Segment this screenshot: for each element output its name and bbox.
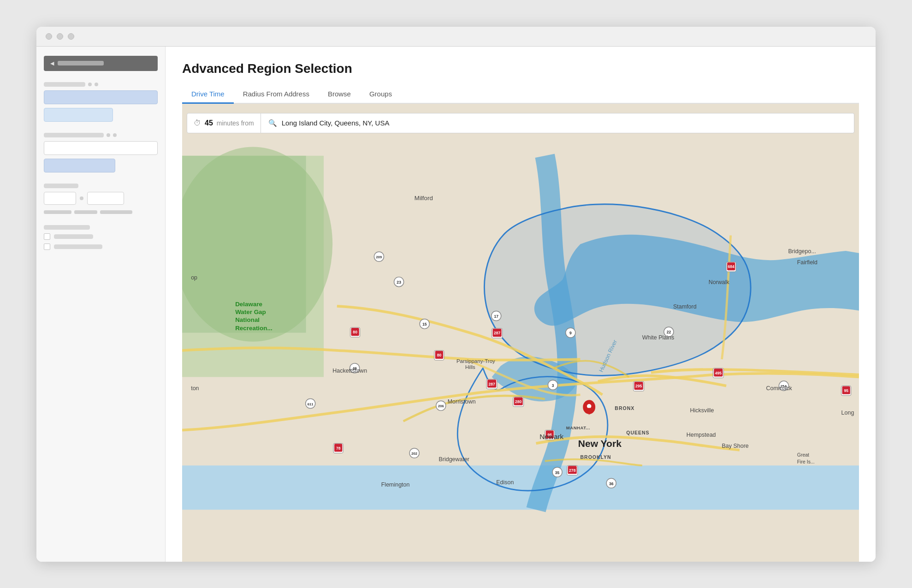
tab-drive-time[interactable]: Drive Time — [182, 85, 234, 104]
sidebar-label-bar — [44, 133, 104, 137]
tab-radius[interactable]: Radius From Address — [234, 85, 319, 104]
svg-text:Milford: Milford — [415, 194, 433, 201]
svg-text:Long: Long — [841, 410, 854, 416]
svg-text:80: 80 — [437, 353, 442, 357]
browser-titlebar — [36, 27, 876, 47]
tab-groups[interactable]: Groups — [360, 85, 401, 104]
sidebar-tag-2 — [74, 210, 97, 214]
sidebar-dot — [113, 133, 117, 137]
svg-text:Morristown: Morristown — [448, 398, 476, 405]
svg-text:611: 611 — [308, 402, 314, 406]
sidebar-mini-box-2[interactable] — [87, 192, 124, 205]
svg-text:BROOKLYN: BROOKLYN — [580, 454, 611, 459]
minutes-input-group[interactable]: ⏱ 45 minutes from — [187, 113, 261, 133]
svg-text:Bridgepo...: Bridgepo... — [788, 248, 816, 254]
svg-text:Edison: Edison — [496, 479, 514, 485]
sidebar-label-bar — [44, 184, 78, 188]
sidebar: ◀ — [36, 47, 166, 562]
map-section: ⏱ 45 minutes from 🔍 Long Island City, Qu… — [182, 104, 859, 562]
sidebar-checkbox-row-2 — [44, 244, 158, 250]
svg-text:22: 22 — [667, 330, 671, 334]
svg-text:Fairfield: Fairfield — [797, 259, 817, 265]
sidebar-header-label — [58, 61, 104, 65]
sidebar-mini-box-1[interactable] — [44, 192, 76, 205]
sidebar-section-4 — [44, 225, 158, 250]
sidebar-dot — [88, 83, 92, 86]
sidebar-tags — [44, 210, 158, 214]
svg-text:495: 495 — [715, 370, 722, 375]
svg-text:Hicksville: Hicksville — [690, 407, 714, 414]
sidebar-collapse-button[interactable]: ◀ — [44, 56, 158, 71]
svg-text:Stamford: Stamford — [673, 303, 697, 309]
svg-text:New York: New York — [578, 438, 622, 449]
page-title: Advanced Region Selection — [182, 61, 859, 76]
minutes-value: 45 — [205, 119, 213, 127]
sidebar-section-2 — [44, 133, 158, 172]
svg-text:op: op — [191, 274, 197, 281]
svg-text:78: 78 — [336, 445, 341, 450]
svg-text:Commack: Commack — [766, 385, 793, 392]
sidebar-section-2-label-row — [44, 133, 158, 137]
search-bar-row: ⏱ 45 minutes from 🔍 Long Island City, Qu… — [187, 108, 854, 133]
svg-point-103 — [587, 404, 592, 408]
svg-text:MANHAT...: MANHAT... — [566, 425, 590, 430]
sidebar-section-3 — [44, 184, 158, 214]
main-content: Advanced Region Selection Drive Time Rad… — [166, 47, 876, 562]
svg-text:684: 684 — [728, 264, 735, 269]
svg-text:295: 295 — [635, 384, 642, 388]
sidebar-checkbox-2[interactable] — [44, 244, 50, 250]
svg-text:Bay Shore: Bay Shore — [722, 442, 749, 449]
traffic-light-close[interactable] — [46, 33, 52, 40]
sidebar-input-1[interactable] — [44, 90, 158, 104]
svg-text:BRONX: BRONX — [615, 405, 634, 411]
svg-text:36: 36 — [609, 481, 614, 486]
svg-text:202: 202 — [411, 451, 417, 456]
svg-text:9: 9 — [569, 331, 572, 335]
address-input-group[interactable]: 🔍 Long Island City, Queens, NY, USA — [261, 113, 854, 133]
sidebar-checkbox-label-1 — [54, 234, 93, 239]
svg-text:15: 15 — [422, 322, 427, 327]
chevron-left-icon: ◀ — [50, 60, 54, 66]
svg-text:206: 206 — [438, 404, 444, 408]
svg-text:Bridgewater: Bridgewater — [438, 456, 469, 462]
map-canvas[interactable]: 95 80 278 287 — [182, 104, 859, 562]
svg-text:280: 280 — [515, 399, 522, 404]
svg-text:287: 287 — [494, 331, 501, 335]
sidebar-dot — [107, 133, 110, 137]
svg-text:White Plains: White Plains — [642, 334, 674, 340]
svg-text:Newark: Newark — [539, 432, 563, 440]
svg-text:Fire Is...: Fire Is... — [797, 458, 815, 464]
svg-text:Hempstead: Hempstead — [687, 431, 716, 438]
sidebar-mini-row — [44, 192, 158, 205]
svg-text:QUEENS: QUEENS — [626, 430, 649, 435]
svg-text:209: 209 — [376, 255, 382, 259]
svg-text:95: 95 — [844, 388, 848, 393]
tab-browse[interactable]: Browse — [319, 85, 360, 104]
svg-text:Water Gap: Water Gap — [235, 309, 266, 315]
sidebar-input-3[interactable] — [44, 141, 158, 155]
search-icon: 🔍 — [268, 119, 277, 127]
sidebar-dot — [95, 83, 98, 86]
sidebar-section-1 — [44, 82, 158, 122]
svg-text:Flemington: Flemington — [381, 481, 410, 488]
svg-text:Delaware: Delaware — [235, 300, 262, 307]
svg-rect-4 — [182, 465, 859, 510]
svg-text:Norwalk: Norwalk — [709, 279, 730, 285]
browser-window: ◀ — [36, 27, 876, 562]
sidebar-input-2[interactable] — [44, 108, 113, 122]
minutes-label: minutes from — [217, 119, 254, 127]
sidebar-checkbox-row-1 — [44, 233, 158, 240]
svg-text:80: 80 — [353, 330, 357, 334]
sidebar-input-4[interactable] — [44, 159, 115, 172]
svg-text:Great: Great — [797, 452, 809, 457]
traffic-light-minimize[interactable] — [57, 33, 63, 40]
traffic-light-maximize[interactable] — [68, 33, 74, 40]
svg-text:35: 35 — [555, 470, 560, 475]
sidebar-checkbox-1[interactable] — [44, 233, 50, 240]
svg-text:ton: ton — [191, 385, 199, 392]
svg-text:3: 3 — [552, 383, 554, 387]
svg-text:17: 17 — [494, 314, 498, 318]
svg-text:Parsippany-Troy: Parsippany-Troy — [456, 358, 495, 363]
browser-content: ◀ — [36, 47, 876, 562]
svg-text:Hackettstown: Hackettstown — [332, 367, 367, 374]
